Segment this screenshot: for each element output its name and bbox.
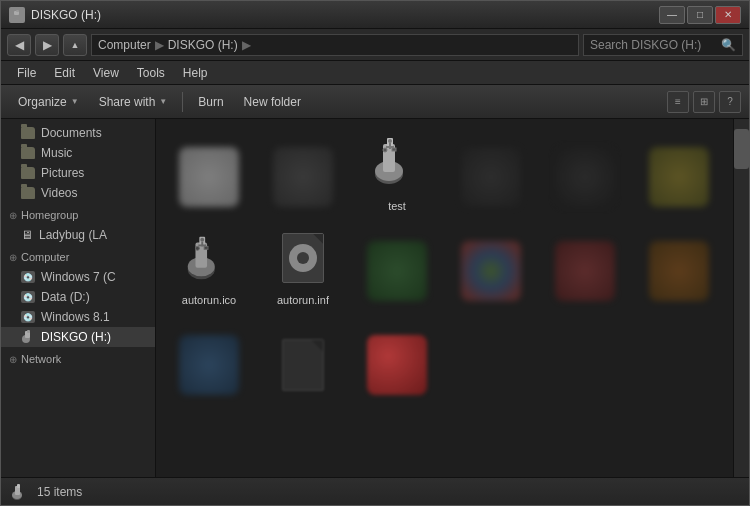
list-item[interactable]: test <box>352 127 442 217</box>
share-button[interactable]: Share with ▼ <box>90 89 177 115</box>
gear-circle <box>289 244 317 272</box>
blurred-file-icon-9 <box>367 241 427 301</box>
breadcrumb-sep2: ▶ <box>242 38 251 52</box>
view-details-button[interactable]: ≡ <box>667 91 689 113</box>
scrollbar[interactable] <box>733 119 749 477</box>
sidebar-item-diskgo[interactable]: DISKGO (H:) <box>1 327 155 347</box>
sidebar-item-ladybug[interactable]: 🖥 Ladybug (LA <box>1 225 155 245</box>
explorer-window: DISKGO (H:) — □ ✕ ◀ ▶ ▲ Computer ▶ DISKG… <box>0 0 750 506</box>
svg-point-19 <box>200 238 204 242</box>
status-usb-icon <box>9 482 29 502</box>
svg-point-13 <box>383 148 387 152</box>
menu-tools[interactable]: Tools <box>129 64 173 82</box>
statusbar: 15 items <box>1 477 749 505</box>
list-item[interactable] <box>446 221 536 311</box>
sidebar-section-network: ⊕ Network <box>1 349 155 369</box>
blurred-file-icon-6 <box>649 147 709 207</box>
blurred-file-icon-4 <box>461 147 521 207</box>
up-button[interactable]: ▲ <box>63 34 87 56</box>
search-placeholder: Search DISKGO (H:) <box>590 38 701 52</box>
search-box[interactable]: Search DISKGO (H:) 🔍 <box>583 34 743 56</box>
new-folder-button[interactable]: New folder <box>235 89 310 115</box>
list-item[interactable] <box>540 221 630 311</box>
blurred-file-icon-12 <box>649 241 709 301</box>
autorun-inf-wrapper <box>271 226 335 290</box>
sidebar-item-windows81[interactable]: 💿 Windows 8.1 <box>1 307 155 327</box>
burn-button[interactable]: Burn <box>189 89 232 115</box>
file-icon-4 <box>459 145 523 209</box>
menu-help[interactable]: Help <box>175 64 216 82</box>
sidebar-item-windows7[interactable]: 💿 Windows 7 (C <box>1 267 155 287</box>
help-button[interactable]: ? <box>719 91 741 113</box>
sidebar-homegroup-header[interactable]: ⊕ Homegroup <box>1 205 155 225</box>
list-item[interactable] <box>634 221 724 311</box>
file-icon-5 <box>553 145 617 209</box>
sidebar-item-music[interactable]: Music <box>1 143 155 163</box>
blurred-file-icon-13 <box>179 335 239 395</box>
list-item[interactable]: autorun.ico <box>164 221 254 311</box>
sidebar-item-documents[interactable]: Documents <box>1 123 155 143</box>
list-item[interactable] <box>446 127 536 217</box>
menu-edit[interactable]: Edit <box>46 64 83 82</box>
back-button[interactable]: ◀ <box>7 34 31 56</box>
sidebar-label-windows81: Windows 8.1 <box>41 310 110 324</box>
forward-button[interactable]: ▶ <box>35 34 59 56</box>
status-item-count: 15 items <box>37 485 82 499</box>
folder-icon-documents <box>21 127 35 139</box>
network-icon: ⊕ <box>9 354 17 365</box>
sidebar-network-header[interactable]: ⊕ Network <box>1 349 155 369</box>
homegroup-icon: ⊕ <box>9 210 17 221</box>
organize-label: Organize <box>18 95 67 109</box>
scrollbar-thumb[interactable] <box>734 129 749 169</box>
gear-hole <box>297 252 309 264</box>
file-label-autorun-inf: autorun.inf <box>277 294 329 307</box>
svg-rect-2 <box>16 10 19 12</box>
list-item[interactable] <box>352 221 442 311</box>
minimize-button[interactable]: — <box>659 6 685 24</box>
usb-test-icon <box>365 132 429 196</box>
organize-arrow: ▼ <box>71 97 79 106</box>
organize-button[interactable]: Organize ▼ <box>9 89 88 115</box>
disk-icon-windows7: 💿 <box>21 271 35 283</box>
folder-icon-music <box>21 147 35 159</box>
breadcrumb-computer[interactable]: Computer <box>98 38 151 52</box>
toolbar-sep1 <box>182 92 183 112</box>
sidebar-computer-header[interactable]: ⊕ Computer <box>1 247 155 267</box>
sidebar-item-pictures[interactable]: Pictures <box>1 163 155 183</box>
notepad-corner <box>313 234 323 244</box>
computer-icon: ⊕ <box>9 252 17 263</box>
file-label-test: test <box>388 200 406 213</box>
breadcrumb[interactable]: Computer ▶ DISKGO (H:) ▶ <box>91 34 579 56</box>
toolbar-right: ≡ ⊞ ? <box>667 91 741 113</box>
list-item[interactable] <box>258 127 348 217</box>
window-title: DISKGO (H:) <box>31 8 101 22</box>
svg-point-22 <box>195 246 199 250</box>
list-item[interactable] <box>258 315 348 405</box>
sidebar-network-label: Network <box>21 353 61 365</box>
file-icon-14 <box>271 333 335 397</box>
breadcrumb-diskgo[interactable]: DISKGO (H:) <box>168 38 238 52</box>
list-item[interactable] <box>164 127 254 217</box>
close-button[interactable]: ✕ <box>715 6 741 24</box>
sidebar-item-data[interactable]: 💿 Data (D:) <box>1 287 155 307</box>
titlebar-left: DISKGO (H:) <box>9 7 101 23</box>
list-item[interactable] <box>164 315 254 405</box>
toolbar: Organize ▼ Share with ▼ Burn New folder … <box>1 85 749 119</box>
list-item[interactable] <box>352 315 442 405</box>
sidebar-section-folders: Documents Music Pictures Videos <box>1 123 155 203</box>
file-icon-13 <box>177 333 241 397</box>
menu-view[interactable]: View <box>85 64 127 82</box>
list-item[interactable] <box>540 127 630 217</box>
notepad-bg <box>282 233 324 283</box>
list-item[interactable] <box>634 127 724 217</box>
sidebar-label-diskgo: DISKGO (H:) <box>41 330 111 344</box>
sidebar: Documents Music Pictures Videos ⊕ <box>1 119 156 477</box>
view-grid-button[interactable]: ⊞ <box>693 91 715 113</box>
sidebar-item-videos[interactable]: Videos <box>1 183 155 203</box>
list-item[interactable]: autorun.inf <box>258 221 348 311</box>
sidebar-computer-label: Computer <box>21 251 69 263</box>
maximize-button[interactable]: □ <box>687 6 713 24</box>
menu-file[interactable]: File <box>9 64 44 82</box>
file-icon-6 <box>647 145 711 209</box>
usb-test-svg <box>367 134 427 194</box>
